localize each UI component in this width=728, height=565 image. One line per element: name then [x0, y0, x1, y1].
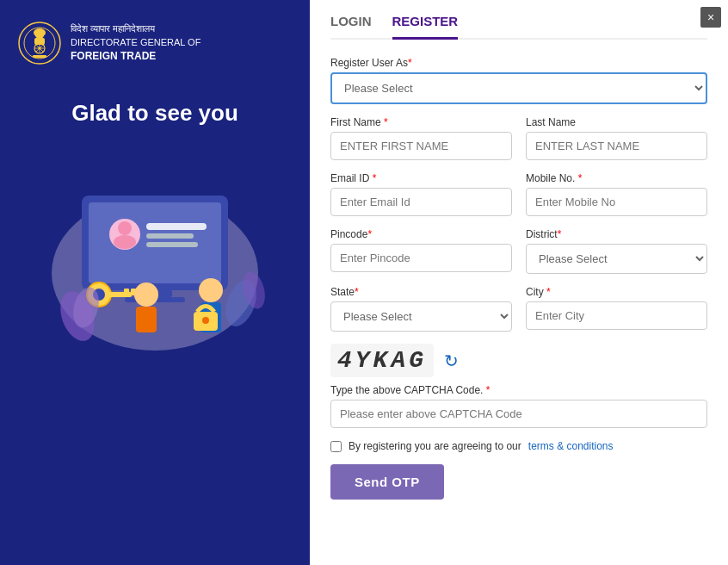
logo-text: विदेश व्यापार महानिदेशालय DIRECTORATE GE… — [71, 22, 201, 64]
svg-rect-29 — [136, 307, 157, 332]
tab-register[interactable]: REGISTER — [392, 14, 459, 40]
emblem-icon — [17, 21, 62, 65]
tabs: LOGIN REGISTER — [330, 14, 707, 40]
last-name-col: Last Name — [526, 116, 707, 160]
pincode-district-row: Pincode* District* Please Select — [330, 228, 707, 274]
svg-point-28 — [134, 282, 158, 307]
city-label: City * — [526, 286, 707, 298]
close-button[interactable]: × — [700, 7, 721, 28]
captcha-input-group: Type the above CAPTCHA Code. * — [330, 384, 707, 428]
terms-row: By registering you are agreeing to our t… — [330, 440, 707, 452]
captcha-area: 4YKAG ↻ — [330, 344, 707, 377]
send-otp-button[interactable]: Send OTP — [330, 464, 444, 500]
svg-rect-11 — [33, 55, 46, 58]
logo-area: विदेश व्यापार महानिदेशालय DIRECTORATE GE… — [17, 21, 201, 65]
logo-line2: DIRECTORATE GENERAL OF — [71, 36, 201, 49]
svg-point-19 — [118, 221, 132, 235]
district-select[interactable]: Please Select — [526, 244, 707, 274]
first-name-label: First Name * — [330, 116, 512, 128]
tab-login[interactable]: LOGIN — [330, 14, 372, 40]
city-col: City * — [526, 286, 707, 332]
svg-point-30 — [199, 278, 223, 302]
pincode-label: Pincode* — [330, 228, 512, 240]
terms-link[interactable]: terms & conditions — [528, 440, 614, 452]
right-panel: × LOGIN REGISTER Register User As* Pleas… — [310, 0, 728, 565]
logo-line1: विदेश व्यापार महानिदेशालय — [71, 22, 201, 35]
tagline: Glad to see you — [71, 100, 238, 127]
last-name-label: Last Name — [526, 116, 707, 128]
captcha-refresh-button[interactable]: ↻ — [444, 351, 459, 371]
captcha-input[interactable] — [330, 400, 707, 428]
terms-checkbox[interactable] — [330, 441, 342, 452]
mobile-col: Mobile No. * — [526, 172, 707, 216]
state-city-row: State* Please Select City * — [330, 286, 707, 332]
email-mobile-row: Email ID * Mobile No. * — [330, 172, 707, 216]
state-label: State* — [330, 286, 512, 298]
terms-text: By registering you are agreeing to our — [349, 440, 521, 452]
last-name-input[interactable] — [526, 132, 707, 160]
logo-line3: FOREIGN TRADE — [71, 49, 201, 64]
email-col: Email ID * — [330, 172, 512, 216]
mobile-input[interactable] — [526, 188, 707, 216]
svg-point-20 — [114, 235, 136, 249]
email-label: Email ID * — [330, 172, 512, 184]
captcha-label: Type the above CAPTCHA Code. * — [330, 384, 707, 396]
illustration — [34, 144, 275, 368]
captcha-display: 4YKAG — [330, 344, 434, 377]
left-panel: विदेश व्यापार महानिदेशालय DIRECTORATE GE… — [0, 0, 310, 565]
district-label: District* — [526, 228, 707, 240]
name-row: First Name * Last Name — [330, 116, 707, 160]
state-col: State* Please Select — [330, 286, 512, 332]
svg-rect-17 — [146, 233, 194, 239]
svg-rect-18 — [146, 242, 198, 247]
pincode-input[interactable] — [330, 244, 512, 272]
district-col: District* Please Select — [526, 228, 707, 274]
register-user-select[interactable]: Please Select — [330, 72, 707, 104]
svg-rect-16 — [146, 223, 207, 230]
first-name-input[interactable] — [330, 132, 512, 160]
mobile-label: Mobile No. * — [526, 172, 707, 184]
first-name-col: First Name * — [330, 116, 512, 160]
svg-point-3 — [35, 32, 44, 39]
email-input[interactable] — [330, 188, 512, 216]
register-user-group: Register User As* Please Select — [330, 57, 707, 104]
svg-rect-26 — [124, 289, 129, 295]
pincode-col: Pincode* — [330, 228, 512, 274]
svg-point-33 — [202, 317, 209, 324]
city-input[interactable] — [526, 301, 707, 330]
state-select[interactable]: Please Select — [330, 301, 512, 332]
register-user-label: Register User As* — [330, 57, 707, 69]
